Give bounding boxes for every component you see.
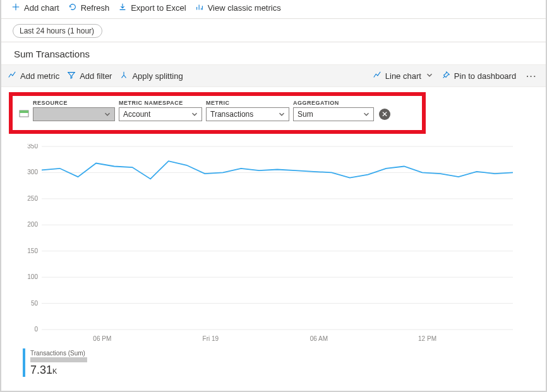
add-filter-button[interactable]: Add filter: [67, 71, 112, 81]
pin-icon: [442, 71, 450, 81]
svg-text:150: 150: [27, 247, 38, 254]
split-icon: [119, 71, 128, 81]
chart-area: 05010015020025030035006 PMFri 1906 AM12 …: [1, 138, 546, 348]
chevron-down-icon: [103, 110, 112, 119]
add-metric-button[interactable]: Add metric: [8, 71, 59, 81]
svg-rect-1: [20, 110, 28, 113]
summary-value: 7.31K: [30, 364, 111, 377]
filter-icon: [67, 71, 76, 81]
add-metric-label: Add metric: [20, 71, 59, 81]
metric-value: Transactions: [210, 110, 253, 119]
aggregation-field-label: AGGREGATION: [293, 100, 374, 106]
resource-field-label: RESOURCE: [33, 100, 115, 106]
aggregation-value: Sum: [298, 110, 313, 119]
add-chart-label: Add chart: [24, 3, 59, 13]
svg-text:12 PM: 12 PM: [418, 335, 436, 342]
time-range-label: Last 24 hours (1 hour): [20, 27, 94, 35]
pin-button[interactable]: Pin to dashboard: [442, 71, 516, 81]
svg-text:350: 350: [27, 144, 38, 150]
apply-splitting-label: Apply splitting: [132, 71, 183, 81]
close-icon: ✕: [382, 110, 388, 118]
svg-text:100: 100: [27, 273, 38, 280]
apply-splitting-button[interactable]: Apply splitting: [119, 71, 183, 81]
svg-text:06 AM: 06 AM: [310, 335, 328, 342]
svg-text:06 PM: 06 PM: [93, 335, 111, 342]
metric-selector-callout: RESOURCE METRIC NAMESPACE Account METRIC…: [9, 92, 426, 134]
time-range-pill[interactable]: Last 24 hours (1 hour): [13, 24, 102, 38]
view-classic-label: View classic metrics: [208, 3, 281, 13]
add-chart-button[interactable]: Add chart: [11, 3, 59, 13]
svg-text:200: 200: [27, 221, 38, 228]
export-button[interactable]: Export to Excel: [118, 3, 186, 13]
line-chart-icon: [373, 71, 382, 81]
chart-type-dropdown[interactable]: Line chart: [373, 71, 434, 81]
svg-text:Fri 19: Fri 19: [203, 335, 219, 342]
plus-icon: [11, 3, 20, 13]
svg-text:0: 0: [34, 326, 38, 333]
svg-text:300: 300: [27, 169, 38, 175]
resource-color-icon: [19, 109, 29, 119]
chart-summary-card: Transactions (Sum) 7.31K: [23, 348, 111, 377]
chart-type-label: Line chart: [385, 71, 421, 81]
metric-dropdown[interactable]: Transactions: [206, 107, 289, 121]
svg-text:250: 250: [27, 195, 38, 202]
namespace-value: Account: [123, 110, 150, 119]
download-icon: [118, 3, 127, 13]
chevron-down-icon: [277, 110, 286, 119]
aggregation-dropdown[interactable]: Sum: [293, 107, 374, 121]
refresh-icon: [68, 3, 77, 13]
bar-chart-icon: [195, 3, 204, 13]
resource-dropdown[interactable]: [33, 107, 115, 121]
chart-title: Sum Transactions: [1, 42, 546, 64]
view-classic-button[interactable]: View classic metrics: [195, 3, 281, 13]
remove-metric-button[interactable]: ✕: [379, 109, 390, 120]
namespace-field-label: METRIC NAMESPACE: [119, 100, 202, 106]
line-chart-icon: [8, 71, 16, 81]
pin-label: Pin to dashboard: [454, 71, 516, 81]
line-chart: 05010015020025030035006 PMFri 1906 AM12 …: [20, 144, 519, 346]
chevron-down-icon: [362, 110, 371, 119]
top-toolbar: Add chart Refresh Export to Excel View c…: [1, 3, 546, 19]
namespace-dropdown[interactable]: Account: [119, 107, 202, 121]
summary-label: Transactions (Sum): [30, 350, 111, 357]
refresh-button[interactable]: Refresh: [68, 3, 110, 13]
refresh-label: Refresh: [81, 3, 110, 13]
more-button[interactable]: ···: [524, 71, 539, 81]
export-label: Export to Excel: [131, 3, 186, 13]
chevron-down-icon: [425, 71, 434, 81]
metric-field-label: METRIC: [206, 100, 289, 106]
chart-toolbar: Add metric Add filter Apply splitting Li…: [1, 64, 546, 87]
summary-bar: [30, 357, 87, 362]
chevron-down-icon: [190, 110, 199, 119]
time-band: Last 24 hours (1 hour): [1, 19, 546, 42]
add-filter-label: Add filter: [80, 71, 112, 81]
svg-text:50: 50: [31, 300, 39, 307]
